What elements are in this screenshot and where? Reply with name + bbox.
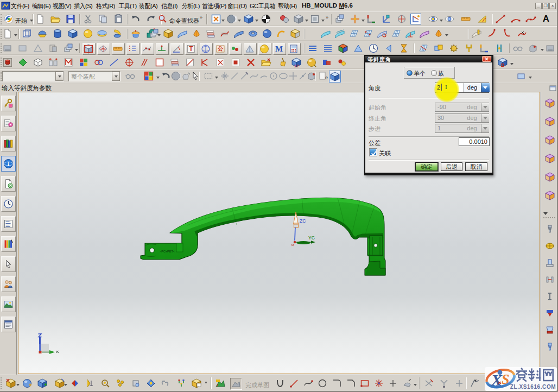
svg-text:B: B xyxy=(501,62,505,68)
svg-text:i: i xyxy=(8,161,9,167)
svg-text:>PC+PET<: >PC+PET< xyxy=(160,250,175,253)
svg-text:M: M xyxy=(275,45,283,53)
svg-text:ZL.XS1616.COM: ZL.XS1616.COM xyxy=(510,384,556,390)
svg-text:YC: YC xyxy=(308,235,315,241)
svg-text:e: e xyxy=(325,75,328,80)
svg-text:S: S xyxy=(502,371,509,387)
svg-text:ZC: ZC xyxy=(300,218,306,224)
svg-text:X: X xyxy=(491,371,503,389)
svg-text:公: 公 xyxy=(217,46,224,52)
svg-text:12: 12 xyxy=(294,64,299,68)
svg-text:T: T xyxy=(189,45,193,53)
svg-text:A: A xyxy=(543,14,549,24)
